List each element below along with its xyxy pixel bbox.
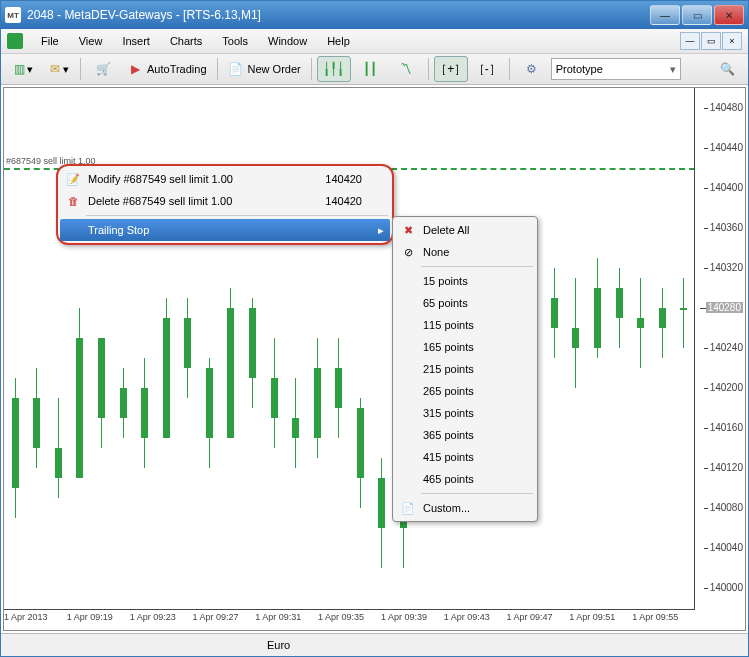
y-tick: 140320 — [710, 262, 743, 273]
candle — [15, 378, 16, 518]
submenu-points-9[interactable]: 465 points — [395, 468, 535, 490]
candle — [381, 458, 382, 568]
statusbar: Euro — [1, 633, 748, 656]
submenu-custom[interactable]: 📄 Custom... — [395, 497, 535, 519]
y-tick: 140400 — [710, 182, 743, 193]
x-tick: 1 Apr 09:27 — [192, 610, 255, 630]
menu-trailing-stop[interactable]: Trailing Stop ▸ — [60, 219, 390, 241]
menu-separator — [86, 215, 388, 216]
status-profile[interactable]: Euro — [267, 639, 290, 651]
menu-help[interactable]: Help — [317, 32, 360, 50]
submenu-points-3[interactable]: 165 points — [395, 336, 535, 358]
window-title: 2048 - MetaDEV-Gateways - [RTS-6.13,M1] — [27, 8, 650, 22]
y-tick: 140200 — [710, 382, 743, 393]
x-tick: 1 Apr 09:55 — [632, 610, 695, 630]
submenu-points-2[interactable]: 115 points — [395, 314, 535, 336]
template-combo[interactable]: Prototype▾ — [551, 58, 681, 80]
close-button[interactable]: ✕ — [714, 5, 744, 25]
submenu-points-5[interactable]: 265 points — [395, 380, 535, 402]
submenu-points-4[interactable]: 215 points — [395, 358, 535, 380]
candle — [360, 398, 361, 508]
submenu-points-7[interactable]: 365 points — [395, 424, 535, 446]
maximize-button[interactable]: ▭ — [682, 5, 712, 25]
candle — [554, 268, 555, 358]
candle — [575, 278, 576, 388]
menu-separator — [421, 266, 533, 267]
autotrading-button[interactable]: ▶AutoTrading — [122, 56, 212, 82]
candle — [101, 338, 102, 448]
delete-icon: 🗑 — [64, 195, 82, 207]
x-tick: 1 Apr 09:19 — [67, 610, 130, 630]
search-icon: 🔍 — [719, 61, 735, 77]
candle — [79, 308, 80, 478]
menu-view[interactable]: View — [69, 32, 113, 50]
market-watch-button[interactable]: 🛒 — [86, 56, 120, 82]
submenu-points-8[interactable]: 415 points — [395, 446, 535, 468]
y-tick: 140000 — [710, 582, 743, 593]
delete-all-icon: ✖ — [399, 224, 417, 237]
y-tick: 140440 — [710, 142, 743, 153]
logo-icon — [7, 33, 23, 49]
x-tick: 1 Apr 09:31 — [255, 610, 318, 630]
submenu-delete-all[interactable]: ✖ Delete All — [395, 219, 535, 241]
candle — [317, 338, 318, 458]
line-icon: 〽 — [398, 61, 414, 77]
menu-charts[interactable]: Charts — [160, 32, 212, 50]
x-tick: 1 Apr 09:35 — [318, 610, 381, 630]
menu-delete-order[interactable]: 🗑 Delete #687549 sell limit 1.00140420 — [60, 190, 390, 212]
candle — [683, 278, 684, 348]
candle — [58, 398, 59, 498]
candle — [144, 358, 145, 468]
minimize-button[interactable]: — — [650, 5, 680, 25]
profiles-button[interactable]: ✉▾ — [41, 56, 75, 82]
y-tick: 140040 — [710, 542, 743, 553]
chart-bars-button[interactable]: ╽╿╽ — [317, 56, 351, 82]
menu-tools[interactable]: Tools — [212, 32, 258, 50]
submenu-arrow-icon: ▸ — [378, 224, 384, 237]
mdi-restore-button[interactable]: ▭ — [701, 32, 721, 50]
menu-insert[interactable]: Insert — [112, 32, 160, 50]
candle — [36, 368, 37, 468]
submenu-points-0[interactable]: 15 points — [395, 270, 535, 292]
zoom-out-button[interactable]: ［-］ — [470, 56, 504, 82]
candle — [662, 288, 663, 358]
order-context-menu: 📝 Modify #687549 sell limit 1.00140420 🗑… — [56, 164, 394, 245]
chart-candles-button[interactable]: ┃┃ — [353, 56, 387, 82]
new-chart-button[interactable]: ▥▾ — [5, 56, 39, 82]
x-axis: 1 Apr 20131 Apr 09:191 Apr 09:231 Apr 09… — [4, 609, 695, 630]
play-icon: ▶ — [127, 61, 143, 77]
candle — [252, 298, 253, 408]
candle — [187, 298, 188, 398]
zoom-in-button[interactable]: ［+］ — [434, 56, 468, 82]
menu-modify-order[interactable]: 📝 Modify #687549 sell limit 1.00140420 — [60, 168, 390, 190]
menu-separator — [421, 493, 533, 494]
order-icon: 📄 — [228, 61, 244, 77]
mdi-close-button[interactable]: × — [722, 32, 742, 50]
menu-file[interactable]: File — [31, 32, 69, 50]
custom-icon: 📄 — [399, 502, 417, 515]
chart-line-button[interactable]: 〽 — [389, 56, 423, 82]
chart-area[interactable]: #687549 sell limit 1.00 1404801404401404… — [4, 88, 745, 630]
template-button[interactable]: ⚙ — [515, 56, 549, 82]
candle — [338, 338, 339, 438]
new-order-button[interactable]: 📄New Order — [223, 56, 306, 82]
x-tick: 1 Apr 09:23 — [130, 610, 193, 630]
menubar: File View Insert Charts Tools Window Hel… — [1, 29, 748, 54]
x-tick: 1 Apr 2013 — [4, 610, 67, 630]
submenu-points-6[interactable]: 315 points — [395, 402, 535, 424]
y-tick: 140240 — [710, 342, 743, 353]
submenu-points-1[interactable]: 65 points — [395, 292, 535, 314]
y-tick: 140120 — [710, 462, 743, 473]
folder-icon: ✉ — [47, 61, 63, 77]
submenu-none[interactable]: ⊘ None — [395, 241, 535, 263]
search-button[interactable]: 🔍 — [710, 56, 744, 82]
zoom-in-icon: ［+］ — [443, 61, 459, 77]
menu-window[interactable]: Window — [258, 32, 317, 50]
mdi-minimize-button[interactable]: — — [680, 32, 700, 50]
candle — [619, 268, 620, 348]
app-window: MT 2048 - MetaDEV-Gateways - [RTS-6.13,M… — [0, 0, 749, 657]
trailing-stop-submenu: ✖ Delete All ⊘ None 15 points65 points11… — [392, 216, 538, 522]
candles-icon: ┃┃ — [362, 61, 378, 77]
x-tick: 1 Apr 09:51 — [569, 610, 632, 630]
y-tick: 140480 — [710, 102, 743, 113]
